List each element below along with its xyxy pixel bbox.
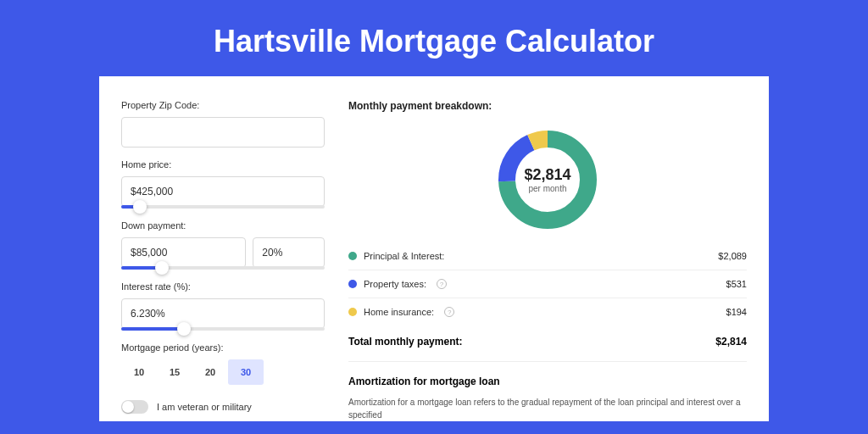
down-amount-input[interactable] <box>121 237 246 268</box>
down-label: Down payment: <box>121 220 325 231</box>
legend-row: Home insurance:?$194 <box>348 298 747 326</box>
breakdown-panel: Monthly payment breakdown: $2,814 per mo… <box>348 100 747 421</box>
down-pct-input[interactable] <box>253 237 325 268</box>
down-slider[interactable] <box>121 266 325 270</box>
veteran-toggle[interactable] <box>121 400 148 414</box>
total-value: $2,814 <box>715 336 747 348</box>
rate-label: Interest rate (%): <box>121 281 325 292</box>
period-option-15[interactable]: 15 <box>157 359 192 385</box>
slider-thumb[interactable] <box>155 261 169 275</box>
zip-label: Property Zip Code: <box>121 100 325 110</box>
legend-label: Property taxes: <box>364 279 426 289</box>
legend-value: $2,089 <box>718 251 747 261</box>
legend-value: $194 <box>726 307 747 317</box>
calculator-card: Property Zip Code: Home price: Down paym… <box>99 76 769 421</box>
veteran-label: I am veteran or military <box>157 402 252 412</box>
rate-input[interactable] <box>121 298 325 329</box>
info-icon[interactable]: ? <box>437 279 447 289</box>
zip-input[interactable] <box>121 117 325 147</box>
amortization-text: Amortization for a mortgage loan refers … <box>348 396 747 421</box>
price-input[interactable] <box>121 176 325 207</box>
donut-sub-label: per month <box>528 184 566 193</box>
price-slider[interactable] <box>121 205 325 209</box>
period-option-10[interactable]: 10 <box>121 359 157 385</box>
legend-dot <box>348 252 357 260</box>
period-option-30[interactable]: 30 <box>228 359 264 385</box>
info-icon[interactable]: ? <box>444 307 454 317</box>
inputs-panel: Property Zip Code: Home price: Down paym… <box>121 100 325 421</box>
legend-value: $531 <box>726 279 747 289</box>
donut-total-value: $2,814 <box>524 166 570 184</box>
total-label: Total monthly payment: <box>348 336 462 348</box>
legend-row: Property taxes:?$531 <box>348 270 747 298</box>
payment-donut-chart: $2,814 per month <box>493 125 602 234</box>
period-label: Mortgage period (years): <box>121 342 325 353</box>
slider-thumb[interactable] <box>133 200 147 214</box>
breakdown-title: Monthly payment breakdown: <box>348 100 747 112</box>
rate-slider[interactable] <box>121 327 325 331</box>
amortization-title: Amortization for mortgage loan <box>348 376 747 387</box>
legend-label: Principal & Interest: <box>364 251 444 261</box>
legend-dot <box>348 280 357 288</box>
legend-label: Home insurance: <box>364 307 434 317</box>
price-label: Home price: <box>121 159 325 170</box>
slider-thumb[interactable] <box>177 322 191 336</box>
period-option-20[interactable]: 20 <box>192 359 228 385</box>
legend-row: Principal & Interest:$2,089 <box>348 242 747 270</box>
legend-dot <box>348 308 357 316</box>
page-title: Hartsville Mortgage Calculator <box>0 0 868 76</box>
